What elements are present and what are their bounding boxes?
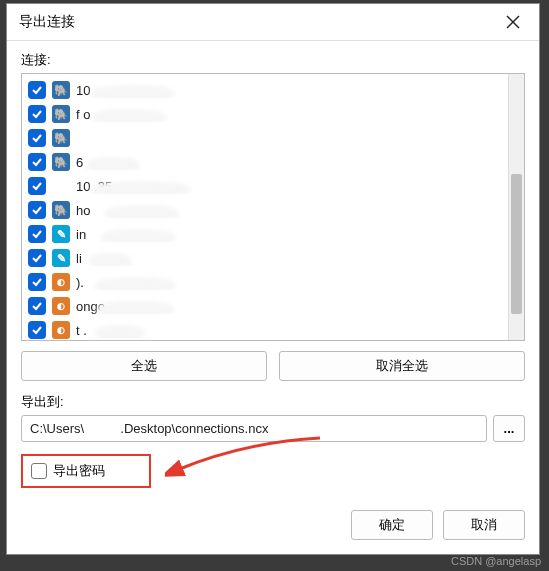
postgres-icon: 🐘 <box>52 153 70 171</box>
select-all-button[interactable]: 全选 <box>21 351 267 381</box>
watermark: CSDN @angelasp <box>451 555 541 567</box>
ok-button[interactable]: 确定 <box>351 510 433 540</box>
sqlite-icon: ✎ <box>52 249 70 267</box>
selection-buttons: 全选 取消全选 <box>21 351 525 381</box>
sqlite-icon: ✎ <box>52 225 70 243</box>
export-path-input[interactable] <box>21 415 487 442</box>
item-label: li <box>76 251 518 266</box>
dialog-title: 导出连接 <box>19 13 75 31</box>
item-label: t . <box>76 323 518 338</box>
mongodb-icon: ◐ <box>52 273 70 291</box>
item-label: 10 <box>76 83 518 98</box>
item-checkbox[interactable] <box>28 201 46 219</box>
list-item[interactable]: ✎ li <box>22 246 524 270</box>
scrollbar-thumb[interactable] <box>511 174 522 314</box>
list-item[interactable]: ◐t . <box>22 318 524 341</box>
postgres-icon: 🐘 <box>52 105 70 123</box>
item-label: in <box>76 227 518 242</box>
list-item[interactable]: 🐘 ho <box>22 198 524 222</box>
item-label: ). <box>76 275 518 290</box>
export-password-checkbox[interactable] <box>31 463 47 479</box>
close-button[interactable] <box>493 10 533 34</box>
item-label: ho <box>76 203 518 218</box>
titlebar: 导出连接 <box>7 4 539 41</box>
export-password-row[interactable]: 导出密码 <box>21 454 151 488</box>
list-item[interactable]: 🐘 f o <box>22 102 524 126</box>
dialog-content: 连接: 🐘 10🐘 f o🐘 🐘 610 .35🐘 ho✎ in ✎ li ◐)… <box>7 41 539 554</box>
mongodb-icon: ◐ <box>52 321 70 339</box>
postgres-icon: 🐘 <box>52 129 70 147</box>
export-to-label: 导出到: <box>21 393 525 411</box>
item-checkbox[interactable] <box>28 321 46 339</box>
postgres-icon: 🐘 <box>52 81 70 99</box>
close-icon <box>506 15 520 29</box>
cancel-button[interactable]: 取消 <box>443 510 525 540</box>
export-path-row: ... <box>21 415 525 442</box>
item-checkbox[interactable] <box>28 297 46 315</box>
item-label: 6 <box>76 155 518 170</box>
browse-button[interactable]: ... <box>493 415 525 442</box>
item-label: 10 .35 <box>76 179 518 194</box>
item-checkbox[interactable] <box>28 129 46 147</box>
dialog-footer: 确定 取消 <box>21 490 525 540</box>
item-checkbox[interactable] <box>28 249 46 267</box>
item-checkbox[interactable] <box>28 225 46 243</box>
item-checkbox[interactable] <box>28 105 46 123</box>
list-item[interactable]: ◐ ongo <box>22 294 524 318</box>
item-label: ongo <box>76 299 518 314</box>
connections-listbox[interactable]: 🐘 10🐘 f o🐘 🐘 610 .35🐘 ho✎ in ✎ li ◐).◐ o… <box>21 73 525 341</box>
postgres-icon: 🐘 <box>52 201 70 219</box>
list-item[interactable]: 10 .35 <box>22 174 524 198</box>
item-label: f o <box>76 107 518 122</box>
list-item[interactable]: ◐). <box>22 270 524 294</box>
mongodb-icon: ◐ <box>52 297 70 315</box>
blank-icon <box>52 177 70 195</box>
scrollbar[interactable] <box>508 74 524 340</box>
deselect-all-button[interactable]: 取消全选 <box>279 351 525 381</box>
export-password-label: 导出密码 <box>53 462 105 480</box>
list-item[interactable]: ✎ in <box>22 222 524 246</box>
export-connections-dialog: 导出连接 连接: 🐘 10🐘 f o🐘 🐘 610 .35🐘 ho✎ in ✎ … <box>6 3 540 555</box>
item-checkbox[interactable] <box>28 273 46 291</box>
item-checkbox[interactable] <box>28 177 46 195</box>
list-item[interactable]: 🐘 10 <box>22 78 524 102</box>
connections-label: 连接: <box>21 51 525 69</box>
item-checkbox[interactable] <box>28 81 46 99</box>
list-item[interactable]: 🐘 <box>22 126 524 150</box>
item-checkbox[interactable] <box>28 153 46 171</box>
list-item[interactable]: 🐘 6 <box>22 150 524 174</box>
